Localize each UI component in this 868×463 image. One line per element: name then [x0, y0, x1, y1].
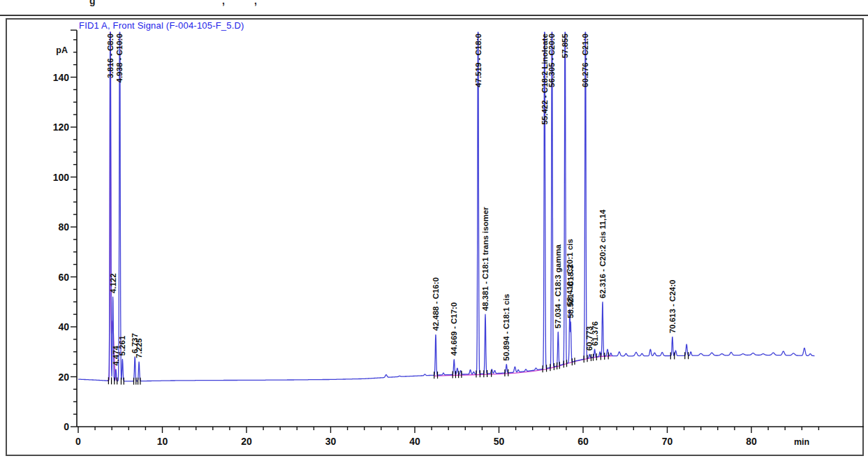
y-tick-label: 0 [64, 421, 69, 432]
peak-label-14: 57.034 - C18:3 gamma [554, 244, 562, 328]
chromatogram-page: g,,' 01020304050607080min020406080100120… [0, 0, 868, 463]
peak-label-17: 58.521 - C18:3 [566, 265, 575, 318]
x-tick-label: 50 [494, 436, 505, 447]
peak-label-1: 4.122 [109, 273, 117, 293]
peak-label-13: 56.305 - C20:0 [547, 34, 556, 87]
x-tick-label: 20 [241, 436, 252, 447]
peak-label-7: 42.488 - C16:0 [432, 277, 440, 331]
peak-label-21: 62.316 - C20:2 cis 11,14 [598, 209, 607, 298]
chromatogram-canvas: 01020304050607080min020406080100120140pA… [0, 0, 868, 463]
y-tick-label: 100 [53, 172, 70, 183]
y-tick-label: 60 [58, 272, 69, 283]
y-tick-label: 20 [58, 372, 69, 383]
x-tick-label: 40 [409, 436, 420, 447]
x-tick-label: 10 [157, 436, 168, 447]
y-axis-unit: pA [56, 45, 68, 55]
peak-label-22: 70.613 - C24:0 [668, 280, 677, 334]
x-tick-label: 70 [662, 436, 673, 447]
peak-label-0: 3.816 - C8:0 [106, 34, 115, 78]
peak-label-6: 7.225 [135, 338, 143, 358]
peak-label-3: 4.938 - C10:0 [116, 34, 124, 82]
peak-label-20: 61.376 [591, 321, 599, 346]
peak-label-10: 48.381 - C18:1 trans isomer [481, 207, 490, 311]
peak-label-9: 47.519 - C18:0 [474, 34, 483, 87]
signal-trace [78, 32, 814, 381]
peak-label-8: 44.669 - C17:0 [450, 302, 458, 356]
y-tick-label: 140 [53, 72, 70, 83]
y-tick-label: 40 [58, 321, 69, 332]
integration-baseline [434, 356, 613, 376]
x-tick-label: 80 [746, 436, 757, 447]
x-tick-label: 0 [75, 436, 81, 447]
peak-label-4: 5.261 [118, 335, 126, 355]
axes: 01020304050607080min020406080100120140pA [53, 30, 864, 447]
x-axis-unit: min [794, 437, 809, 447]
peak-label-11: 50.894 - C18:1 cis [502, 294, 510, 361]
y-tick-label: 120 [53, 122, 70, 133]
x-tick-label: 30 [325, 436, 337, 447]
chart-title: FID1 A, Front Signal (F-004-105-F_5.D) [79, 20, 244, 31]
peak-label-18: 60.276 - C21:0 [581, 34, 589, 87]
y-tick-label: 80 [58, 221, 69, 233]
x-tick-label: 60 [578, 436, 589, 447]
peak-label-15: 57.855 [561, 34, 569, 59]
